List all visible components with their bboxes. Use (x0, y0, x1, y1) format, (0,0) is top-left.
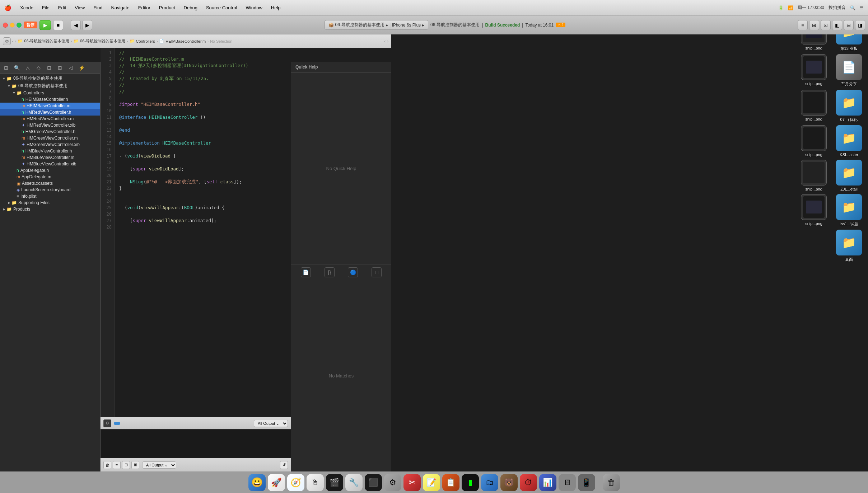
dock-launchpad[interactable]: 🚀 (268, 474, 285, 491)
breadcrumb-nav-right[interactable]: › (15, 39, 17, 43)
scheme-selector[interactable]: 📦 06-导航控制器的基本使用 ▸ | iPhone 6s Plus ▸ (325, 20, 429, 30)
tree-file-heimbase-h[interactable]: h HEIMBaseController.h (0, 96, 100, 103)
sidebar-btn-6[interactable]: ⊞ (56, 64, 64, 72)
breadcrumb-item-2[interactable]: 06-导航控制器的基本使用 (80, 38, 125, 44)
back-button[interactable]: ◀ (71, 20, 81, 30)
tree-file-appdelegate-h[interactable]: h AppDelegate.h (0, 167, 100, 174)
dock-movie[interactable]: 🎬 (326, 474, 343, 491)
dock-mouse[interactable]: 🖱 (307, 474, 324, 491)
tree-file-hmred-h[interactable]: h HMRedViewController.h (0, 109, 100, 116)
tree-project-folder[interactable]: ▼ 📁 06-导航控制器的基本使用 (0, 82, 100, 90)
breadcrumb-item-3[interactable]: Controllers (136, 39, 155, 43)
desktop-item-snip3[interactable]: snip...png (798, 90, 830, 121)
dock-app2[interactable]: ⏱ (520, 474, 537, 491)
view-toggle-split[interactable]: ⊡ (821, 20, 831, 30)
qh-circle-icon[interactable]: 🔵 (348, 267, 358, 277)
menu-navigate[interactable]: Navigate (109, 4, 131, 11)
qh-file-icon[interactable]: 📄 (301, 267, 311, 277)
sidebar-btn-5[interactable]: ⊟ (45, 64, 53, 72)
dock-app3[interactable]: 🖥 (559, 474, 576, 491)
dock-terminal2[interactable]: ▮ (462, 474, 479, 491)
desktop-item-desktop[interactable]: 📁 桌面 (833, 230, 865, 262)
desktop-item-snip2[interactable]: snip...png (798, 54, 830, 86)
menu-xcode[interactable]: Xcode (19, 4, 35, 11)
minimize-button[interactable] (10, 23, 15, 28)
tree-file-hmred-xib[interactable]: ✦ HMRedViewController.xib (0, 122, 100, 128)
tree-root-folder[interactable]: ▼ 📁 06-导航控制器的基本使用 (0, 75, 100, 82)
breadcrumb-settings-icon[interactable]: ⚙ (3, 37, 11, 45)
console-grid-button[interactable]: ⊞ (131, 461, 139, 469)
apple-menu[interactable]: 🍎 (4, 4, 11, 11)
dock-sysprefs[interactable]: ⚙ (384, 474, 401, 491)
sidebar-btn-7[interactable]: ◁ (67, 64, 75, 72)
desktop-item-07[interactable]: 📁 07-（优化 (833, 90, 865, 122)
tree-file-launchscreen[interactable]: ◈ LaunchScreen.storyboard (0, 187, 100, 193)
stop-button[interactable]: ■ (53, 20, 63, 30)
qh-braces-icon[interactable]: {} (325, 267, 335, 277)
view-toggle-grid[interactable]: ⊞ (809, 20, 819, 30)
sidebar-btn-3[interactable]: △ (24, 64, 32, 72)
sidebar-btn-4[interactable]: ◇ (34, 64, 42, 72)
tree-file-infoplist[interactable]: ≡ Info.plist (0, 193, 100, 199)
output-filter-select[interactable]: All Output ⌄ (254, 420, 288, 427)
breadcrumb-nav-left[interactable]: ‹ (12, 39, 14, 43)
desktop-item-chadan[interactable]: 📄 车丹分享 (833, 54, 865, 87)
menu-help[interactable]: Help (270, 4, 282, 11)
dock-app4[interactable]: 📱 (578, 474, 595, 491)
qh-square-icon[interactable]: □ (372, 267, 382, 277)
menu-view[interactable]: View (73, 4, 86, 11)
console-output-select[interactable]: All Output ⌄ (142, 461, 176, 469)
dock-app1[interactable]: 🐻 (500, 474, 518, 491)
desktop-item-ksi[interactable]: 📁 KSI...aster (833, 125, 865, 157)
editor-bottom-icon[interactable]: ⚙ (103, 419, 111, 427)
tree-file-hmgreen-h[interactable]: h HMGreenViewController.h (0, 128, 100, 135)
tree-file-assets[interactable]: ▣ Assets.xcassets (0, 180, 100, 187)
console-refresh-button[interactable]: ↺ (280, 461, 288, 469)
tree-controllers-folder[interactable]: ▼ 📁 Controllers (0, 90, 100, 96)
menu-icon[interactable]: ☰ (860, 5, 864, 10)
dock-trash[interactable]: 🗑 (603, 474, 620, 491)
tree-file-hmblue-xib[interactable]: ✦ HMBlueViewController.xib (0, 161, 100, 167)
view-toggle-list[interactable]: ≡ (798, 20, 808, 30)
navigator-toggle[interactable]: ◧ (832, 20, 842, 30)
tree-file-hmgreen-m[interactable]: m HMGreenViewController.m (0, 135, 100, 141)
tree-group-supporting[interactable]: ▶ 📁 Supporting Files (0, 199, 100, 206)
menu-file[interactable]: File (41, 4, 51, 11)
dock-terminal[interactable]: ⬛ (365, 474, 382, 491)
input-method[interactable]: 搜狗拼音 (829, 5, 846, 11)
dock-xswift[interactable]: ✂ (403, 474, 421, 491)
tree-file-hmgreen-xib[interactable]: ✦ HMGreenViewController.xib (0, 141, 100, 148)
console-list-button[interactable]: ≡ (113, 461, 121, 469)
desktop-item-ios1[interactable]: 📁 ios1...试题 (833, 194, 865, 227)
breadcrumb-right-nav-right[interactable]: › (387, 39, 388, 43)
menu-source-control[interactable]: Source Control (205, 4, 239, 11)
menu-edit[interactable]: Edit (57, 4, 67, 11)
forward-button[interactable]: ▶ (82, 20, 92, 30)
sidebar-btn-2[interactable]: 🔍 (13, 64, 21, 72)
debug-toggle[interactable]: ⊟ (844, 20, 854, 30)
breadcrumb-right-nav-left[interactable]: ‹ (384, 39, 386, 43)
inspector-toggle[interactable]: ◨ (855, 20, 865, 30)
tree-file-hmred-m[interactable]: m HMRedViewController.m (0, 116, 100, 122)
console-split-button[interactable]: ⊡ (122, 461, 130, 469)
sidebar-btn-8[interactable]: ⚡ (78, 64, 85, 72)
run-button[interactable]: ▶ (39, 20, 51, 30)
tree-file-hmblue-h[interactable]: h HMBlueViewController.h (0, 148, 100, 154)
desktop-item-zjl[interactable]: 📁 ZJL...etail (833, 160, 865, 191)
desktop-item-snip6[interactable]: snip...png (798, 194, 830, 226)
desktop-item-snip4[interactable]: snip...png (798, 125, 830, 157)
tree-file-heimbase-m[interactable]: m HEIMBaseController.m (0, 103, 100, 109)
dock-safari[interactable]: 🧭 (287, 474, 304, 491)
console-clear-button[interactable]: 🗑 (103, 461, 111, 469)
menu-window[interactable]: Window (244, 4, 264, 11)
menu-find[interactable]: Find (92, 4, 104, 11)
breadcrumb-item-1[interactable]: 06-导航控制器的基本使用 (24, 38, 69, 44)
tree-file-appdelegate-m[interactable]: m AppDelegate.m (0, 174, 100, 180)
dock-finder[interactable]: 😀 (248, 474, 266, 491)
tree-group-products[interactable]: ▶ 📁 Products (0, 206, 100, 212)
dock-tools[interactable]: 🔧 (345, 474, 363, 491)
code-editor[interactable]: // // HEIMBaseController.m // 14-第2天(多控制… (115, 48, 291, 417)
menu-debug[interactable]: Debug (182, 4, 199, 11)
sidebar-btn-1[interactable]: ⊞ (2, 64, 10, 72)
menu-product[interactable]: Product (158, 4, 177, 11)
